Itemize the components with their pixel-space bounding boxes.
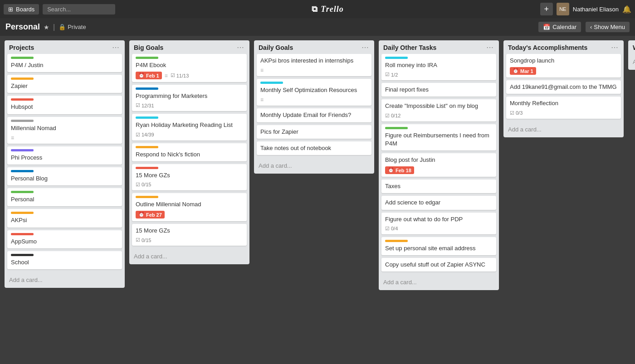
card[interactable]: Take notes out of notebook: [257, 141, 371, 155]
add-card-button[interactable]: Add a card...: [379, 276, 499, 288]
checklist-meta: ☑ 11/13: [171, 73, 189, 78]
trello-logo: ⧉ Trello: [119, 5, 537, 14]
list-header-projects: Projects⋯: [5, 40, 125, 54]
card[interactable]: Create "Impossible List" on my blog☑ 0/1…: [381, 99, 496, 121]
card[interactable]: Monthly Reflection☑ 0/3: [506, 97, 621, 118]
board-header: Personal ★ | 🔒 Private 📅 Calendar ‹ Show…: [0, 18, 635, 36]
bell-icon[interactable]: 🔔: [622, 5, 631, 14]
card-title: Create "Impossible List" on my blog: [385, 102, 493, 110]
card[interactable]: School: [7, 251, 122, 269]
chevron-left-icon: ‹: [590, 24, 592, 30]
list-daily-other: Daily Other Tasks⋯Roll money into IRA☑ 1…: [379, 40, 499, 290]
card[interactable]: Millennial Nomad≡: [7, 117, 122, 144]
description-icon: ≡: [260, 97, 264, 103]
list-menu-button[interactable]: ⋯: [236, 44, 245, 51]
username-label[interactable]: Nathaniel Eliason: [573, 6, 619, 13]
list-weekly-accomplishments: Weekly Ac...⋯Add a card...: [628, 40, 635, 70]
list-menu-button[interactable]: ⋯: [111, 44, 120, 51]
board-title-section: Personal ★ | 🔒 Private: [5, 22, 86, 32]
card[interactable]: Figure out Reimbursements I need from P4…: [381, 124, 496, 150]
card-title: Blog post for Justin: [385, 156, 493, 164]
card[interactable]: Add science to edgar: [381, 196, 496, 209]
search-input[interactable]: [43, 4, 115, 15]
card-title: School: [11, 258, 118, 267]
card-label-bar: [11, 120, 34, 122]
add-card-button[interactable]: Add a card...: [5, 274, 125, 286]
list-menu-button[interactable]: ⋯: [361, 44, 370, 51]
card[interactable]: Respond to Nick's fiction: [132, 143, 247, 161]
card-title: Ryan Holiday Marketing Reading List: [136, 121, 243, 129]
card-title: P4M / Justin: [11, 61, 118, 69]
card[interactable]: 15 More GZs☑ 0/15: [132, 164, 247, 190]
boards-button[interactable]: ⊞ Boards: [4, 4, 39, 15]
card[interactable]: Monthly Update Email for Friends?: [257, 108, 371, 122]
list-title: Projects: [9, 44, 34, 51]
card[interactable]: Personal: [7, 188, 122, 206]
description-icon: ≡: [260, 67, 264, 73]
card-title: Roll money into IRA: [385, 61, 493, 69]
card[interactable]: Figure out what to do for PDP☑ 0/4: [381, 213, 496, 234]
card[interactable]: Monthly Self Optimization Resources≡: [257, 79, 371, 106]
card-due-date-badge: ⏰ Feb 1: [136, 72, 162, 79]
list-menu-button[interactable]: ⋯: [610, 44, 619, 51]
checklist-icon: ☑: [385, 226, 390, 232]
card[interactable]: AKPsi bros interested in internships≡: [257, 54, 371, 76]
card[interactable]: Add 19kane91@gmail.com to the TMMG: [506, 80, 621, 94]
checklist-icon: ☑: [136, 182, 140, 188]
card[interactable]: Personal Blog: [7, 167, 122, 185]
add-card-button[interactable]: Add a card...: [628, 56, 635, 68]
add-card-button[interactable]: Add a card...: [254, 160, 374, 172]
add-button[interactable]: +: [540, 3, 553, 15]
show-menu-label: Show Menu: [594, 24, 625, 30]
nav-right-section: + NE Nathaniel Eliason 🔔: [540, 3, 631, 15]
card[interactable]: Songdrop launch⏰ Mar 1: [506, 54, 621, 78]
card[interactable]: 15 More GZs☑ 0/15: [132, 224, 247, 246]
card[interactable]: Set up personal site email address: [381, 237, 496, 255]
add-card-button[interactable]: Add a card...: [129, 250, 249, 262]
card[interactable]: Roll money into IRA☑ 1/2: [381, 54, 496, 80]
calendar-button[interactable]: 📅 Calendar: [538, 22, 581, 32]
list-cards: Songdrop launch⏰ Mar 1Add 19kane91@gmail…: [503, 54, 624, 121]
card-title: Programming for Marketers: [136, 92, 243, 100]
card[interactable]: P4M / Justin: [7, 54, 122, 72]
card[interactable]: Ryan Holiday Marketing Reading List☑ 14/…: [132, 114, 247, 140]
list-cards: P4M / JustinZapierHubspotMillennial Noma…: [5, 54, 125, 272]
card[interactable]: Programming for Marketers☑ 12/31: [132, 85, 247, 111]
card[interactable]: Taxes: [381, 180, 496, 193]
card-title: Phi Process: [11, 154, 118, 162]
board-content: Projects⋯P4M / JustinZapierHubspotMillen…: [0, 36, 635, 363]
list-header-daily-goals: Daily Goals⋯: [254, 40, 374, 54]
card-title: Monthly Self Optimization Resources: [260, 86, 368, 94]
card-meta: ⏰ Feb 18: [385, 166, 493, 174]
add-card-button[interactable]: Add a card...: [503, 123, 624, 136]
list-title: Daily Other Tasks: [383, 44, 436, 51]
card[interactable]: Final report fixes: [381, 83, 496, 97]
star-icon[interactable]: ★: [44, 24, 49, 31]
list-title: Weekly Ac...: [633, 44, 635, 51]
card-title: 15 More GZs: [136, 227, 243, 235]
list-title: Today's Accomplishments: [508, 44, 587, 51]
list-title: Big Goals: [134, 44, 163, 51]
card[interactable]: Phi Process: [7, 146, 122, 165]
card[interactable]: Hubspot: [7, 96, 122, 114]
card-title: Taxes: [385, 182, 493, 190]
card[interactable]: Copy useful stuff out of Zapier ASYNC: [381, 258, 496, 272]
card-meta: ☑ 14/39: [136, 132, 243, 138]
show-menu-button[interactable]: ‹ Show Menu: [586, 22, 630, 32]
card[interactable]: Blog post for Justin⏰ Feb 18: [381, 153, 496, 177]
card[interactable]: Pics for Zapier: [257, 125, 371, 139]
board-actions: 📅 Calendar ‹ Show Menu: [538, 22, 630, 32]
card-title: Pics for Zapier: [260, 128, 368, 136]
card[interactable]: Outline Millennial Nomad⏰ Feb 27: [132, 193, 247, 221]
card-title: Millennial Nomad: [11, 124, 118, 132]
avatar[interactable]: NE: [557, 3, 569, 15]
top-navigation: ⊞ Boards ⧉ Trello + NE Nathaniel Eliason…: [0, 0, 635, 18]
card[interactable]: P4M Ebook⏰ Feb 1≡☑ 11/13: [132, 54, 247, 82]
list-menu-button[interactable]: ⋯: [485, 44, 494, 51]
card[interactable]: Zapier: [7, 75, 122, 93]
card[interactable]: AppSumo: [7, 230, 122, 248]
card-title: P4M Ebook: [136, 61, 243, 69]
card[interactable]: AKPsi: [7, 209, 122, 227]
grid-icon: ⊞: [8, 6, 13, 13]
card-label-bar: [11, 149, 34, 151]
